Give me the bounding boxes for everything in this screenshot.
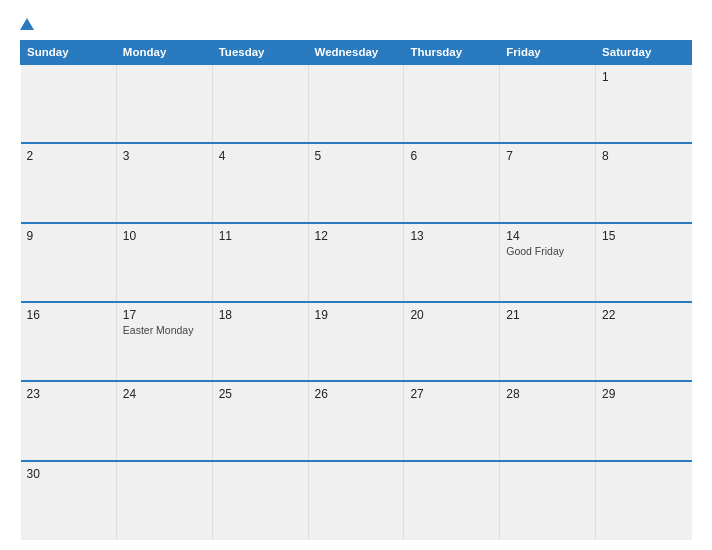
calendar-cell: 23	[21, 381, 117, 460]
day-header-row: SundayMondayTuesdayWednesdayThursdayFrid…	[21, 41, 692, 65]
day-header-wednesday: Wednesday	[308, 41, 404, 65]
logo	[20, 18, 36, 30]
day-number: 26	[315, 387, 398, 401]
day-number: 30	[27, 467, 110, 481]
week-row-3: 91011121314Good Friday15	[21, 223, 692, 302]
week-row-5: 23242526272829	[21, 381, 692, 460]
day-number: 27	[410, 387, 493, 401]
calendar-cell: 13	[404, 223, 500, 302]
day-number: 1	[602, 70, 685, 84]
calendar-cell: 24	[116, 381, 212, 460]
calendar-cell	[308, 461, 404, 540]
calendar-cell	[21, 64, 117, 143]
calendar-cell: 2	[21, 143, 117, 222]
calendar-cell: 22	[596, 302, 692, 381]
calendar-cell	[404, 461, 500, 540]
day-number: 7	[506, 149, 589, 163]
calendar-cell	[212, 461, 308, 540]
day-number: 23	[27, 387, 110, 401]
calendar-cell: 16	[21, 302, 117, 381]
calendar-cell	[116, 64, 212, 143]
calendar-cell: 4	[212, 143, 308, 222]
calendar-cell	[116, 461, 212, 540]
day-header-thursday: Thursday	[404, 41, 500, 65]
day-number: 2	[27, 149, 110, 163]
calendar-cell: 25	[212, 381, 308, 460]
calendar-cell: 3	[116, 143, 212, 222]
day-number: 20	[410, 308, 493, 322]
day-number: 15	[602, 229, 685, 243]
day-number: 16	[27, 308, 110, 322]
calendar-cell: 11	[212, 223, 308, 302]
week-row-4: 1617Easter Monday1819202122	[21, 302, 692, 381]
calendar-cell: 5	[308, 143, 404, 222]
calendar-cell: 21	[500, 302, 596, 381]
week-row-6: 30	[21, 461, 692, 540]
holiday-label: Good Friday	[506, 245, 589, 257]
calendar-cell	[596, 461, 692, 540]
calendar-cell: 27	[404, 381, 500, 460]
calendar-cell: 8	[596, 143, 692, 222]
calendar-cell: 7	[500, 143, 596, 222]
calendar-cell: 30	[21, 461, 117, 540]
day-header-sunday: Sunday	[21, 41, 117, 65]
day-number: 24	[123, 387, 206, 401]
day-header-tuesday: Tuesday	[212, 41, 308, 65]
day-number: 28	[506, 387, 589, 401]
calendar-cell: 14Good Friday	[500, 223, 596, 302]
week-row-1: 1	[21, 64, 692, 143]
calendar-cell: 20	[404, 302, 500, 381]
day-number: 18	[219, 308, 302, 322]
day-number: 19	[315, 308, 398, 322]
calendar-cell: 26	[308, 381, 404, 460]
calendar-header	[20, 18, 692, 30]
calendar-cell: 19	[308, 302, 404, 381]
day-number: 4	[219, 149, 302, 163]
week-row-2: 2345678	[21, 143, 692, 222]
day-number: 9	[27, 229, 110, 243]
day-number: 14	[506, 229, 589, 243]
logo-blue-text	[20, 18, 36, 30]
holiday-label: Easter Monday	[123, 324, 206, 336]
day-number: 17	[123, 308, 206, 322]
day-number: 8	[602, 149, 685, 163]
calendar-cell: 29	[596, 381, 692, 460]
calendar-cell: 15	[596, 223, 692, 302]
calendar-cell: 28	[500, 381, 596, 460]
calendar-table: SundayMondayTuesdayWednesdayThursdayFrid…	[20, 40, 692, 540]
day-number: 25	[219, 387, 302, 401]
calendar-cell	[212, 64, 308, 143]
calendar-cell	[404, 64, 500, 143]
day-number: 3	[123, 149, 206, 163]
calendar-cell	[308, 64, 404, 143]
day-header-friday: Friday	[500, 41, 596, 65]
day-number: 21	[506, 308, 589, 322]
calendar-page: SundayMondayTuesdayWednesdayThursdayFrid…	[0, 0, 712, 550]
day-number: 6	[410, 149, 493, 163]
day-number: 5	[315, 149, 398, 163]
calendar-cell: 9	[21, 223, 117, 302]
calendar-cell: 17Easter Monday	[116, 302, 212, 381]
calendar-cell: 12	[308, 223, 404, 302]
logo-triangle-icon	[20, 18, 34, 30]
day-number: 12	[315, 229, 398, 243]
calendar-cell: 18	[212, 302, 308, 381]
calendar-cell	[500, 64, 596, 143]
day-number: 13	[410, 229, 493, 243]
day-number: 29	[602, 387, 685, 401]
day-number: 22	[602, 308, 685, 322]
calendar-cell: 10	[116, 223, 212, 302]
day-number: 11	[219, 229, 302, 243]
day-number: 10	[123, 229, 206, 243]
day-header-monday: Monday	[116, 41, 212, 65]
calendar-cell: 6	[404, 143, 500, 222]
day-header-saturday: Saturday	[596, 41, 692, 65]
calendar-cell	[500, 461, 596, 540]
calendar-cell: 1	[596, 64, 692, 143]
